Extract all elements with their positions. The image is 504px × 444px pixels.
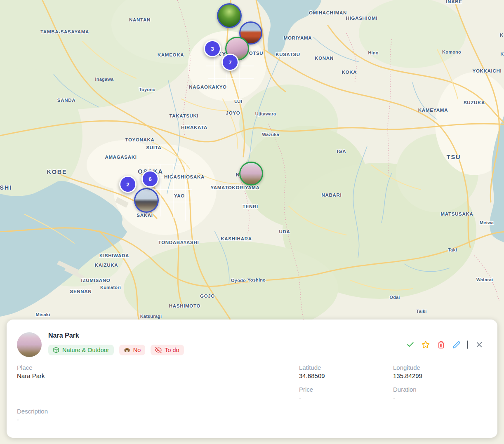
map-label: ŌMIHACHIMAN: [309, 10, 347, 15]
map-marker-cluster[interactable]: 7: [221, 54, 239, 71]
map-label: UDA: [279, 229, 290, 234]
map-marker-photo[interactable]: [134, 188, 159, 213]
field-place-value: Nara Park: [17, 372, 45, 380]
map-label: IGA: [337, 149, 346, 154]
close-button[interactable]: [475, 341, 483, 349]
field-price: Price -: [299, 385, 313, 402]
pets-tag-label: No: [133, 347, 141, 353]
status-tag-label: To do: [165, 347, 179, 353]
check-icon: [406, 341, 415, 349]
map-label: KAIZUKA: [95, 263, 118, 268]
trash-icon: [437, 341, 445, 349]
map-label: Wazuka: [262, 132, 279, 137]
action-divider: [467, 341, 468, 349]
map-marker-photo[interactable]: [239, 162, 263, 186]
map-label: Oyodo: [231, 278, 246, 283]
map-label: GOJO: [200, 294, 215, 298]
map-label: KUWANA: [500, 33, 504, 38]
field-duration-value: -: [393, 394, 417, 402]
category-tag-label: Nature & Outdoor: [62, 347, 109, 353]
eye-off-icon: [155, 347, 162, 353]
map-label: JOYO: [226, 110, 240, 115]
close-icon: [476, 341, 483, 348]
map-label: KOKA: [342, 70, 357, 75]
map-label: TONDABAYASHI: [158, 240, 199, 245]
field-place-label: Place: [17, 364, 45, 371]
action-bar: [406, 341, 483, 349]
map-label: SANDA: [57, 98, 75, 103]
map-label: MATSUSAKA: [441, 211, 473, 216]
field-price-label: Price: [299, 385, 313, 393]
map-label: Ujitawara: [255, 111, 276, 116]
map-label: SHI: [0, 184, 12, 191]
map-marker-cluster[interactable]: 3: [204, 40, 221, 57]
map-label: HIRAKATA: [181, 125, 207, 130]
dog-icon: [124, 347, 130, 353]
map-label: TENRI: [243, 204, 258, 209]
cluster-count: 3: [211, 46, 214, 52]
map-label: HIGASHIOMI: [346, 16, 378, 21]
cluster-count: 7: [228, 59, 232, 66]
map-label: SUZUKA: [464, 100, 485, 105]
map-label: Toyono: [139, 87, 155, 92]
field-latitude: Latitude 34.68509: [299, 364, 325, 380]
place-photo-avatar: [17, 332, 42, 357]
map-label: KOBE: [47, 169, 67, 175]
map-label: Yoshino: [247, 277, 266, 282]
map-label: Inagawa: [95, 77, 114, 82]
map-label: Hino: [368, 50, 378, 55]
cluster-count: 6: [148, 176, 152, 182]
map-label: YAMATOKORIYAMA: [210, 185, 259, 190]
field-longitude: Longitude 135.84299: [393, 364, 422, 380]
field-longitude-label: Longitude: [393, 364, 422, 371]
field-description-label: Description: [17, 407, 48, 415]
category-tag[interactable]: Nature & Outdoor: [48, 345, 114, 355]
map-label: TSU: [447, 154, 461, 160]
cube-icon: [53, 347, 59, 353]
pets-tag[interactable]: No: [119, 345, 146, 355]
place-title: Nara Park: [48, 332, 79, 339]
favorite-button[interactable]: [422, 341, 430, 349]
map-label: Meiwa: [480, 220, 494, 225]
map-label: KISHIWADA: [99, 253, 129, 258]
map-label: KAMEOKA: [158, 52, 184, 57]
map-label: KONAN: [315, 56, 334, 61]
map-label: TAMBA-SASAYAMA: [40, 29, 89, 34]
map-label: KASHIHARA: [221, 236, 252, 241]
map-label: INABE: [446, 0, 462, 4]
map-marker-photo[interactable]: [217, 3, 242, 28]
confirm-button[interactable]: [406, 341, 415, 349]
map-label: SENNAN: [70, 289, 92, 294]
map-label: Kawagoe: [500, 52, 504, 56]
map-label: KAMEYAMA: [418, 108, 448, 113]
map-label: Taiki: [416, 309, 426, 314]
cluster-count: 2: [126, 181, 130, 188]
delete-button[interactable]: [437, 341, 445, 349]
map-label: Misaki: [36, 312, 50, 317]
field-latitude-label: Latitude: [299, 364, 325, 371]
map-label: Watarai: [476, 277, 493, 282]
map-marker-cluster[interactable]: 6: [141, 170, 159, 188]
map-label: Taki: [448, 247, 457, 252]
map-label: HIGASHIOSAKA: [164, 174, 205, 179]
map-label: OTSU: [249, 51, 264, 56]
map-label: AMAGASAKI: [105, 155, 137, 160]
map-label: MORIYAMA: [284, 35, 312, 40]
map-label: Kumatori: [100, 285, 121, 290]
map-label: YOKKAICHI: [473, 68, 502, 73]
star-icon: [422, 341, 430, 349]
map-label: NAGAOKAKYO: [189, 85, 226, 89]
field-longitude-value: 135.84299: [393, 372, 422, 380]
map-label: Katsuragi: [140, 314, 162, 319]
status-tag[interactable]: To do: [151, 345, 184, 355]
map-label: NANTAN: [129, 17, 151, 22]
map-marker-cluster[interactable]: 2: [119, 176, 137, 193]
map-label: TOYONAKA: [125, 137, 154, 142]
map-label: SUITA: [146, 145, 161, 150]
map-label: Komono: [442, 49, 461, 54]
map-label: UJI: [234, 99, 243, 104]
map-label: KUSATSU: [276, 52, 300, 57]
map-label: HASHIMOTO: [169, 303, 200, 308]
map-label: Odai: [389, 295, 400, 300]
edit-button[interactable]: [452, 341, 460, 349]
